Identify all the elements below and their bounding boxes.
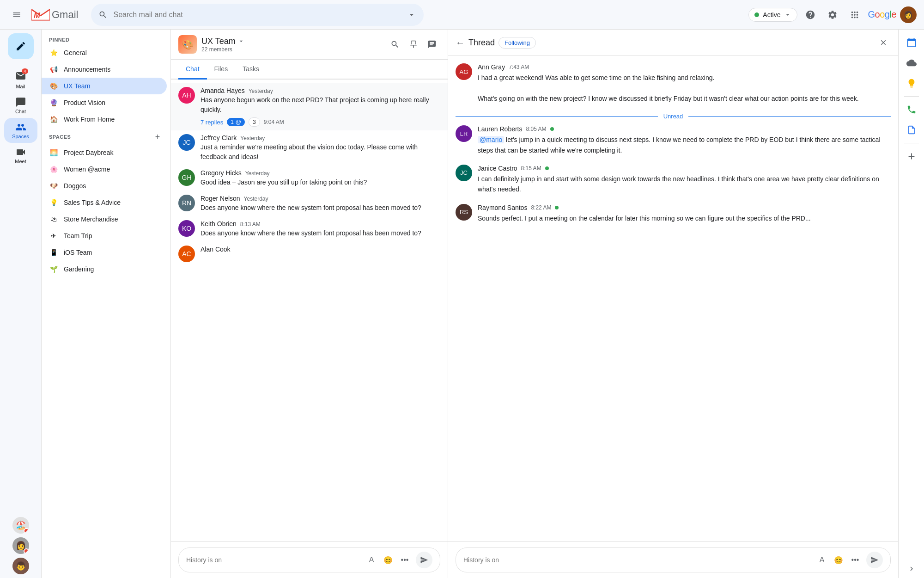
avatar: KO: [178, 220, 195, 237]
apps-button[interactable]: [845, 6, 864, 24]
keep-sidebar-button[interactable]: [902, 74, 921, 92]
hamburger-button[interactable]: [7, 6, 26, 24]
general-label: General: [64, 49, 87, 56]
thread-input[interactable]: [463, 556, 811, 564]
drive-sidebar-button[interactable]: [902, 54, 921, 72]
thread-msg-content-3: Janice Castro 8:15 AM I can definitely j…: [478, 165, 891, 195]
spaces-label: Spaces: [12, 134, 29, 139]
thread-emoji-button[interactable]: 😊: [831, 553, 846, 567]
avatar: AG: [456, 63, 472, 80]
thread-time-4: 8:22 AM: [531, 204, 551, 211]
active-label: Active: [763, 11, 780, 18]
calendar-sidebar-button[interactable]: [902, 33, 921, 52]
sidebar-item-mail[interactable]: 4 Mail: [4, 67, 37, 93]
online-indicator-2: [550, 127, 554, 131]
ios-team-icon: 📱: [49, 248, 58, 257]
replies-button-1[interactable]: 7 replies: [201, 119, 223, 126]
nav-item-sales-tips[interactable]: 💡 Sales Tips & Advice: [42, 194, 167, 211]
mention-badge-1[interactable]: 1 @: [227, 118, 245, 126]
chat-input[interactable]: [186, 556, 360, 564]
thread-format-icon: A: [820, 556, 825, 564]
avatar-1[interactable]: 🏖️: [12, 517, 29, 534]
chat-label: Chat: [15, 109, 26, 114]
nav-item-ux-team[interactable]: 🎨 UX Team: [42, 78, 167, 94]
avatar-2[interactable]: 👩: [12, 537, 29, 554]
nav-item-work-from-home[interactable]: 🏠 Work From Home: [42, 111, 167, 128]
nav-item-team-trip[interactable]: ✈ Team Trip: [42, 228, 167, 244]
avatar-1-badge: [24, 528, 29, 534]
google-logo: Google: [868, 9, 896, 20]
at-icon: @: [236, 119, 241, 125]
msg-time-4: Yesterday: [244, 196, 268, 202]
thread-msg-header-2: Lauren Roberts 8:05 AM: [478, 125, 891, 133]
thread-more-button[interactable]: •••: [848, 553, 863, 567]
settings-button[interactable]: [823, 6, 842, 24]
thread-header-left: ← Thread Following: [456, 37, 536, 49]
space-dropdown-icon[interactable]: [237, 37, 245, 45]
avatar: JC: [456, 165, 472, 181]
table-row: AC Alan Cook: [171, 242, 448, 266]
add-sidebar-button[interactable]: [902, 147, 921, 166]
emoji-button[interactable]: 😊: [381, 553, 395, 567]
tab-files[interactable]: Files: [207, 60, 236, 80]
right-sidebar-divider-2: [904, 143, 919, 143]
nav-item-product-vision[interactable]: 🔮 Product Vision: [42, 94, 167, 111]
msg-text-3: Good idea – Jason are you still up for t…: [201, 178, 440, 187]
nav-item-gardening[interactable]: 🌱 Gardening: [42, 261, 167, 277]
tab-tasks[interactable]: Tasks: [235, 60, 267, 80]
search-input[interactable]: [113, 11, 401, 19]
msg-header-3: Gregory Hicks Yesterday: [201, 169, 440, 177]
msg-sender-1: Amanda Hayes: [201, 87, 245, 94]
tasks-sidebar-button[interactable]: [902, 121, 921, 139]
nav-item-store-merchandise[interactable]: 🛍 Store Merchandise: [42, 211, 167, 228]
table-row: JC Jeffrey Clark Yesterday Just a remind…: [171, 130, 448, 166]
format-text-button[interactable]: A: [364, 553, 379, 567]
user-avatar[interactable]: 👩: [900, 6, 917, 23]
thread-format-button[interactable]: A: [815, 553, 829, 567]
chat-header: 🎨 UX Team 22 members: [171, 30, 448, 60]
project-daybreak-icon: 🌅: [49, 148, 58, 157]
msg-sender-2: Jeffrey Clark: [201, 134, 237, 141]
mention-badge-label: 1: [231, 119, 234, 125]
nav-item-general[interactable]: ⭐ General: [42, 44, 167, 61]
chat-search-button[interactable]: [387, 36, 403, 53]
avatar: AH: [178, 87, 195, 104]
thread-text-3: I can definitely jump in and start with …: [478, 174, 891, 195]
list-item: AG Ann Gray 7:43 AM I had a great weeken…: [456, 63, 891, 104]
send-button[interactable]: [416, 552, 432, 568]
expand-sidebar-button[interactable]: [907, 565, 916, 574]
thread-send-button[interactable]: [866, 552, 883, 568]
nav-panel: PINNED ⭐ General 📢 Announcements 🎨 UX Te…: [42, 30, 171, 578]
sidebar-item-meet[interactable]: Meet: [4, 143, 37, 168]
sidebar-item-chat[interactable]: Chat: [4, 93, 37, 118]
search-dropdown-icon[interactable]: [407, 10, 416, 19]
tab-chat[interactable]: Chat: [178, 60, 207, 80]
following-button[interactable]: Following: [498, 37, 536, 49]
msg-sender-4: Roger Nelson: [201, 195, 240, 202]
msg-header-2: Jeffrey Clark Yesterday: [201, 134, 440, 141]
chat-pin-button[interactable]: [405, 36, 422, 53]
meet-label: Meet: [15, 159, 26, 164]
chat-thread-button[interactable]: [424, 36, 440, 53]
nav-item-ios-team[interactable]: 📱 iOS Team: [42, 244, 167, 261]
nav-item-announcements[interactable]: 📢 Announcements: [42, 61, 167, 78]
add-space-button[interactable]: +: [152, 131, 163, 142]
compose-button[interactable]: [8, 33, 34, 59]
unread-line-right: [688, 116, 891, 117]
nav-item-project-daybreak[interactable]: 🌅 Project Daybreak: [42, 144, 167, 161]
more-options-button[interactable]: •••: [397, 553, 412, 567]
nav-item-women-acme[interactable]: 🌸 Women @acme: [42, 161, 167, 178]
thread-text-4: Sounds perfect. I put a meeting on the c…: [478, 213, 891, 223]
phone-sidebar-button[interactable]: [902, 100, 921, 119]
avatar-3[interactable]: 👦: [12, 558, 29, 574]
help-button[interactable]: [801, 6, 820, 24]
back-button[interactable]: ←: [456, 37, 465, 48]
nav-item-doggos[interactable]: 🐶 Doggos: [42, 178, 167, 194]
thread-time-2: 8:05 AM: [526, 126, 547, 132]
sidebar-item-spaces[interactable]: Spaces: [4, 118, 37, 143]
active-status-button[interactable]: Active: [748, 8, 797, 22]
thread-close-button[interactable]: [876, 35, 891, 50]
gmail-logo: M Gmail: [31, 8, 78, 22]
msg-sender-5: Keith Obrien: [201, 220, 237, 228]
count-badge-1[interactable]: 3: [249, 117, 260, 127]
